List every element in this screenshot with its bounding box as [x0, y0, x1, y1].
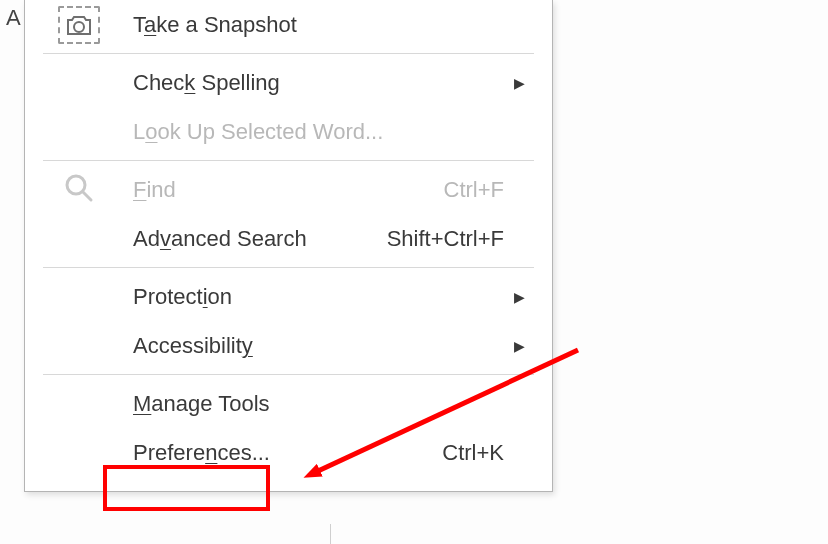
menu-item-shortcut: Shift+Ctrl+F: [387, 226, 506, 252]
svg-point-0: [74, 22, 84, 32]
submenu-arrow-icon: ▶: [506, 289, 532, 305]
menu-item-preferences[interactable]: Preferences...Ctrl+K: [25, 428, 552, 477]
menu-item-snapshot[interactable]: Take a Snapshot: [25, 0, 552, 49]
menu-item-label: Preferences...: [133, 440, 442, 466]
menu-item-icon-cell: [25, 172, 133, 208]
menu-item-find: FindCtrl+F: [25, 165, 552, 214]
submenu-arrow-icon: ▶: [506, 75, 532, 91]
submenu-arrow-icon: ▶: [506, 338, 532, 354]
menu-separator: [43, 53, 534, 54]
menu-item-spelling[interactable]: Check Spelling▶: [25, 58, 552, 107]
menu-separator: [43, 267, 534, 268]
menu-item-shortcut: Ctrl+K: [442, 440, 506, 466]
menu-item-label: Check Spelling: [133, 70, 504, 96]
menu-separator: [43, 374, 534, 375]
menu-item-managetools[interactable]: Manage Tools: [25, 379, 552, 428]
menu-item-advsearch[interactable]: Advanced SearchShift+Ctrl+F: [25, 214, 552, 263]
menu-item-label: Advanced Search: [133, 226, 387, 252]
menu-item-accessibility[interactable]: Accessibility▶: [25, 321, 552, 370]
background-letter: A: [6, 5, 21, 31]
menu-separator: [43, 160, 534, 161]
menu-item-label: Manage Tools: [133, 391, 504, 417]
menu-item-label: Accessibility: [133, 333, 504, 359]
context-menu: Take a SnapshotCheck Spelling▶Look Up Se…: [24, 0, 553, 492]
camera-icon: [58, 6, 100, 44]
menu-item-label: Take a Snapshot: [133, 12, 504, 38]
menu-item-label: Look Up Selected Word...: [133, 119, 504, 145]
svg-line-2: [83, 192, 91, 200]
menu-item-shortcut: Ctrl+F: [444, 177, 507, 203]
menu-item-lookup: Look Up Selected Word...: [25, 107, 552, 156]
document-edge: [330, 524, 331, 544]
search-icon: [63, 172, 95, 208]
menu-item-protection[interactable]: Protection▶: [25, 272, 552, 321]
page-root: A Take a SnapshotCheck Spelling▶Look Up …: [0, 0, 828, 544]
menu-item-icon-cell: [25, 6, 133, 44]
menu-item-label: Protection: [133, 284, 504, 310]
menu-item-label: Find: [133, 177, 444, 203]
